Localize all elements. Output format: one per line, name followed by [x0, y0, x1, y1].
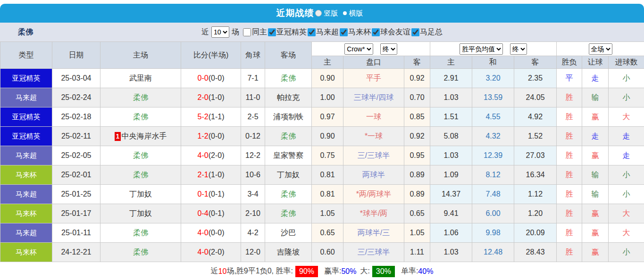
goals-result-cell: 大 — [609, 223, 644, 243]
away-odds-cell: 0.70 — [404, 88, 430, 107]
win-rate-badge: 90% — [295, 266, 318, 277]
league-checkbox-1[interactable] — [308, 28, 316, 36]
odds-time-select[interactable]: 终 — [380, 43, 397, 55]
handicap-result-cell: 输 — [582, 165, 609, 185]
date-cell: 25-02-11 — [52, 127, 100, 146]
page-title: 近期战绩 — [276, 7, 314, 19]
summary-prefix: 近 — [211, 266, 218, 276]
layout-radio-group: 竖版 横版 — [315, 9, 368, 18]
col-header-handicap: 盘口 — [343, 56, 404, 69]
corner-cell: 4-2 — [241, 223, 265, 243]
result-cell: 胜 — [557, 204, 582, 223]
score-cell: 4-0(2-0) — [181, 243, 241, 262]
table-row: 马来超25-01-11柔佛4-0(0-0)4-2沙巴0.65两球半/三1.051… — [0, 223, 644, 243]
avg-away-cell: 1.20 — [514, 204, 557, 223]
col-header-away: 客场 — [265, 42, 312, 69]
handicap-cell: 平手 — [343, 69, 404, 88]
result-cell: 胜 — [557, 185, 582, 204]
corner-cell: 0-12 — [241, 127, 265, 146]
radio-vertical-label[interactable]: 竖版 — [324, 9, 338, 18]
recent-suffix-label: 场 — [232, 27, 239, 37]
handicap-result-cell: 输 — [582, 88, 609, 107]
handicap-cell: 两球半/三 — [343, 223, 404, 243]
avg-away-cell: 16.34 — [514, 165, 557, 185]
away-team-cell: 吉隆坡 — [265, 243, 312, 262]
same-home-checkbox[interactable] — [243, 28, 251, 36]
handicap-cell: *两/两球半 — [343, 185, 404, 204]
league-checkbox-0[interactable] — [268, 28, 276, 36]
handicap-result-cell: 走 — [582, 69, 609, 88]
result-cell: 平 — [557, 69, 582, 88]
home-odds-cell: 0.81 — [312, 165, 343, 185]
handicap-result-cell: 赢 — [582, 223, 609, 243]
league-checkbox-4[interactable] — [411, 28, 419, 36]
score-cell: 4-0(2-0) — [181, 146, 241, 165]
date-cell: 25-01-17 — [52, 204, 100, 223]
col-header-handicap-result: 让球 — [582, 56, 609, 69]
home-odds-cell: 0.75 — [312, 146, 343, 165]
type-cell: 马来超 — [0, 88, 52, 107]
goals-result-cell: 大 — [609, 107, 644, 127]
goals-result-cell: 大 — [609, 204, 644, 223]
col-header-goals-result: 进球数 — [609, 56, 644, 69]
radio-horizontal[interactable] — [343, 11, 347, 15]
away-odds-cell: 0.89 — [404, 165, 430, 185]
scope-select[interactable]: 全场 — [589, 43, 612, 55]
corner-cell: 12-2 — [241, 146, 265, 165]
goals-result-cell: 小 — [609, 243, 644, 262]
result-cell: 胜 — [557, 243, 582, 262]
league-checkbox-2[interactable] — [340, 28, 348, 36]
away-odds-cell: 0.89 — [404, 185, 430, 204]
avg-draw-cell: 6.00 — [472, 204, 514, 223]
goals-result-cell: 小 — [609, 69, 644, 88]
corner-cell: 10-6 — [241, 165, 265, 185]
league-filters: 亚冠精英马来超马来杯球会友谊马足总 — [267, 27, 443, 37]
away-team-cell: 柔佛 — [265, 185, 312, 204]
col-header-avg-away: 客 — [514, 56, 557, 69]
home-odds-cell: 0.60 — [312, 243, 343, 262]
away-team-cell: 柔佛 — [265, 127, 312, 146]
corner-cell: 7-1 — [241, 69, 265, 88]
score-cell: 0-4(0-1) — [181, 204, 241, 223]
avg-draw-cell: 9.98 — [472, 223, 514, 243]
summary-count: 10 — [218, 267, 227, 276]
corner-cell: 2-10 — [241, 204, 265, 223]
type-cell: 马来超 — [0, 223, 52, 243]
same-home-label: 同主 — [252, 27, 267, 37]
table-row: 马来杯25-01-17丁加奴0-4(0-1)2-10柔佛1.05*球半/两0.6… — [0, 204, 644, 223]
handicap-result-cell: 赢 — [582, 146, 609, 165]
summary-bar: 近 10 场,胜9平1负0, 胜率: 90% 赢率: 50% 大: 30% 单率… — [0, 262, 644, 280]
avg-away-cell: 4.92 — [514, 107, 557, 127]
away-odds-cell: 1.05 — [404, 223, 430, 243]
handicap-result-cell: 赢 — [582, 204, 609, 223]
corner-cell: 11-0 — [241, 88, 265, 107]
home-team-cell: 武里南 — [100, 69, 181, 88]
odds-source-select[interactable]: Crow* — [344, 43, 373, 55]
avg-draw-cell: 3.20 — [472, 69, 514, 88]
away-team-cell: 帕拉克 — [265, 88, 312, 107]
home-team-cell: 丁加奴 — [100, 185, 181, 204]
avg-away-cell: 2.35 — [514, 69, 557, 88]
wdl-source-select[interactable]: 胜平负均值 — [460, 43, 503, 55]
score-cell: 5-2(1-1) — [181, 107, 241, 127]
handicap-cell: 两球半 — [343, 165, 404, 185]
recent-count-select[interactable]: 10 — [211, 26, 229, 38]
avg-home-cell: 5.08 — [430, 127, 472, 146]
avg-home-cell: 1.03 — [430, 146, 472, 165]
handicap-win-label: 赢率: — [324, 266, 341, 276]
league-checkbox-3[interactable] — [372, 28, 380, 36]
away-odds-cell: 1.11 — [404, 243, 430, 262]
avg-draw-cell: 13.59 — [472, 88, 514, 107]
home-odds-cell: 1.00 — [312, 88, 343, 107]
avg-home-cell: 14.37 — [430, 185, 472, 204]
avg-draw-cell: 12.39 — [472, 146, 514, 165]
wdl-time-select[interactable]: 终 — [510, 43, 527, 55]
avg-draw-cell: 4.55 — [472, 107, 514, 127]
score-cell: 0-0(0-0) — [181, 69, 241, 88]
scope-group-header: 全场 — [557, 42, 644, 56]
radio-vertical[interactable] — [315, 10, 322, 16]
table-row: 亚冠精英25-02-111中央海岸水手1-2(0-0)0-12柔佛0.90*一球… — [0, 127, 644, 146]
radio-horizontal-label[interactable]: 横版 — [349, 9, 363, 18]
away-team-cell: 沙巴 — [265, 223, 312, 243]
corner-cell: 2-5 — [241, 107, 265, 127]
